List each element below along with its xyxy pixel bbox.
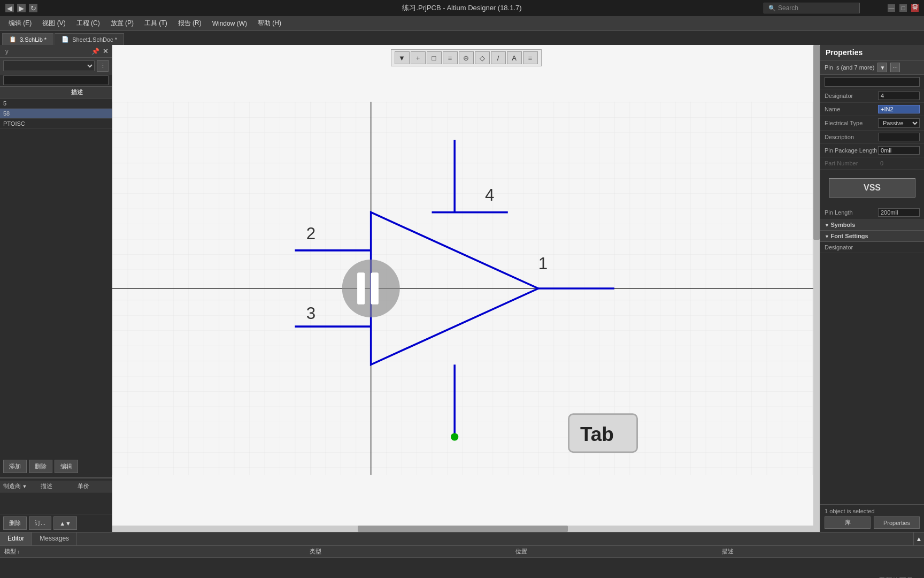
properties-button[interactable]: Properties bbox=[874, 516, 920, 529]
svg-text:1: 1 bbox=[538, 254, 548, 273]
maximize-button[interactable]: □ bbox=[899, 4, 907, 12]
minimize-button[interactable]: — bbox=[888, 4, 895, 12]
lib-button[interactable]: 库 bbox=[825, 516, 871, 529]
canvas-area[interactable]: ▼ + □ ≡ ⊕ ◇ / A ≡ bbox=[112, 45, 820, 532]
close-sidebar-icon[interactable]: ✕ bbox=[103, 47, 109, 55]
text-tool[interactable]: A bbox=[507, 51, 522, 64]
sidebar-table: 描述 5 58 PTOISC bbox=[0, 87, 112, 129]
mfr-col-price: 单价 bbox=[74, 482, 112, 490]
tab-editor[interactable]: Editor bbox=[0, 533, 32, 545]
menu-project[interactable]: 工程 (C) bbox=[72, 17, 104, 30]
cell-desc3 bbox=[68, 119, 112, 129]
pin-package-length-value[interactable] bbox=[878, 146, 920, 155]
line-tool[interactable]: / bbox=[491, 51, 506, 64]
filter-more-button[interactable]: ⋯ bbox=[890, 63, 900, 72]
delete-button[interactable]: 删除 bbox=[29, 460, 52, 473]
scrollbar-horizontal[interactable] bbox=[112, 526, 813, 532]
tab-schlib-icon: 📋 bbox=[9, 36, 17, 43]
align-tool[interactable]: ≡ bbox=[443, 51, 458, 64]
menu-window[interactable]: Window (W) bbox=[208, 18, 251, 29]
menu-tools[interactable]: 工具 (T) bbox=[140, 17, 172, 30]
mfr-col-desc: 描述 bbox=[37, 482, 75, 490]
prop-row bbox=[820, 75, 924, 89]
sidebar-search-input[interactable] bbox=[3, 75, 109, 85]
designator-value[interactable] bbox=[878, 92, 920, 100]
designator-label: Designator bbox=[825, 93, 878, 99]
col-desc: 描述 bbox=[68, 87, 112, 98]
electrical-type-row: Electrical Type Passive bbox=[820, 116, 924, 131]
collapse-bottom-icon[interactable]: ▲ bbox=[913, 533, 924, 545]
pin-icon[interactable]: 📌 bbox=[91, 48, 99, 55]
tab-sheet1-label: Sheet1.SchDoc * bbox=[72, 36, 117, 43]
edit-button[interactable]: 编辑 bbox=[55, 460, 78, 473]
description-row: Description bbox=[820, 131, 924, 144]
sidebar-table-container: 描述 5 58 PTOISC bbox=[0, 87, 112, 457]
add-button[interactable]: 添加 bbox=[3, 460, 27, 473]
menu-reports[interactable]: 报告 (R) bbox=[174, 17, 206, 30]
schematic-canvas[interactable]: 1 2 3 4 Tab bbox=[112, 45, 820, 532]
filter-button[interactable]: ▼ bbox=[877, 63, 887, 72]
props-search-input[interactable] bbox=[825, 77, 920, 87]
search-icon: 🔍 bbox=[768, 5, 776, 12]
back-icon[interactable]: ◀ bbox=[5, 4, 14, 12]
table-row[interactable]: PTOISC bbox=[0, 119, 112, 129]
sidebar-more-btn[interactable]: ⋮ bbox=[97, 60, 109, 72]
wire-tool[interactable]: ⊕ bbox=[459, 51, 474, 64]
font-settings-section[interactable]: Font Settings bbox=[820, 231, 924, 242]
electrical-type-value[interactable]: Passive bbox=[878, 118, 920, 128]
pin-header: Pin s (and 7 more) ▼ ⋯ bbox=[820, 60, 924, 75]
col-type: 类型 bbox=[305, 547, 512, 556]
menu-place[interactable]: 放置 (P) bbox=[106, 17, 138, 30]
part-number-label: Part Number bbox=[825, 160, 878, 166]
scrollbar-vertical[interactable] bbox=[813, 45, 820, 532]
canvas-toolbar: ▼ + □ ≡ ⊕ ◇ / A ≡ bbox=[391, 49, 542, 66]
left-sidebar: y 📌 ✕ ⋮ 描述 5 bbox=[0, 45, 112, 532]
col-model: 模型 bbox=[0, 547, 305, 556]
mfr-order-btn[interactable]: 订... bbox=[29, 516, 51, 530]
pin-length-value[interactable] bbox=[878, 208, 920, 217]
forward-icon[interactable]: ▶ bbox=[17, 4, 26, 12]
title-text: 练习.PrjPCB - Altium Designer (18.1.7) bbox=[402, 3, 521, 13]
sidebar-select[interactable] bbox=[3, 60, 95, 71]
menu-view[interactable]: 视图 (V) bbox=[38, 17, 70, 30]
shape-tool[interactable]: ◇ bbox=[475, 51, 490, 64]
component-tool[interactable]: ≡ bbox=[523, 51, 538, 64]
tab-sheet1-icon: 📄 bbox=[61, 36, 69, 43]
sidebar-toolbar: ⋮ bbox=[0, 58, 112, 74]
gear-icon[interactable]: ⚙ bbox=[912, 2, 919, 11]
description-value[interactable] bbox=[878, 133, 920, 141]
selected-count: 1 object is selected bbox=[825, 508, 920, 514]
name-row: Name bbox=[820, 103, 924, 116]
add-tool[interactable]: + bbox=[411, 51, 426, 64]
menu-edit[interactable]: 编辑 (E) bbox=[4, 17, 36, 30]
editor-table-header: 模型 类型 位置 描述 bbox=[0, 546, 924, 558]
tab-sheet1[interactable]: 📄 Sheet1.SchDoc * bbox=[55, 33, 124, 45]
rect-tool[interactable]: □ bbox=[427, 51, 442, 64]
tab-schlib[interactable]: 📋 3.SchLib * bbox=[2, 33, 53, 45]
editor-main: 无预览可见 bbox=[0, 558, 924, 578]
mfr-table-body bbox=[0, 492, 112, 514]
mfr-move-btn[interactable]: ▲▼ bbox=[53, 516, 77, 530]
filter-tool[interactable]: ▼ bbox=[395, 51, 410, 64]
mfr-delete-btn[interactable]: 删除 bbox=[3, 516, 27, 530]
search-label[interactable]: Search bbox=[778, 4, 798, 12]
col-location: 位置 bbox=[511, 547, 718, 556]
table-row-selected[interactable]: 58 bbox=[0, 109, 112, 119]
tab-messages[interactable]: Messages bbox=[32, 533, 77, 545]
menu-help[interactable]: 帮助 (H) bbox=[253, 17, 286, 30]
refresh-icon[interactable]: ↻ bbox=[29, 4, 37, 12]
tab-schlib-label: 3.SchLib * bbox=[20, 36, 47, 43]
table-row[interactable]: 5 bbox=[0, 98, 112, 109]
sidebar-action-buttons: 添加 删除 编辑 bbox=[0, 457, 112, 476]
tabbar: 📋 3.SchLib * 📄 Sheet1.SchDoc * bbox=[0, 31, 924, 45]
cell-desc bbox=[68, 98, 112, 109]
part-number-row: Part Number 0 bbox=[820, 157, 924, 170]
lib-props-buttons: 库 Properties bbox=[825, 516, 920, 529]
symbols-section[interactable]: Symbols bbox=[820, 219, 924, 231]
mfr-buttons: 删除 订... ▲▼ bbox=[0, 514, 112, 532]
bottom-panel: Editor Messages ▲ 模型 类型 位置 描述 无预览可见 Add … bbox=[0, 532, 924, 578]
pin-length-label: Pin Length bbox=[825, 209, 878, 216]
name-label: Name bbox=[825, 106, 878, 112]
vss-button[interactable]: VSS bbox=[829, 178, 915, 197]
name-value[interactable] bbox=[878, 105, 920, 113]
